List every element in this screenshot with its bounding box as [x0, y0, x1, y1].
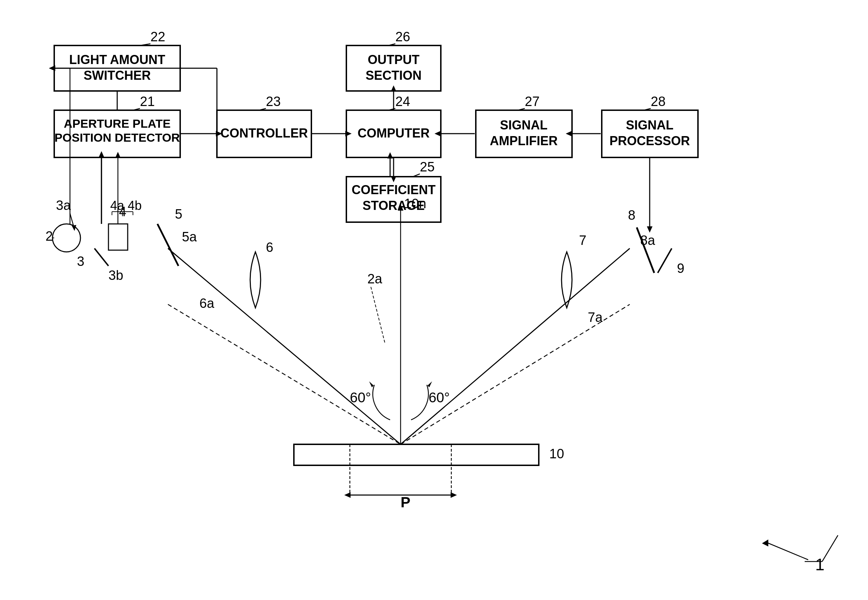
label-coeff1: COEFFICIENT [351, 183, 436, 197]
ref-1: 1 [815, 555, 825, 574]
ref-4a: 4a [110, 198, 124, 213]
main-diagram: LIGHT AMOUNT SWITCHER 22 APERTURE PLATE … [0, 0, 868, 600]
label-output1: OUTPUT [368, 53, 420, 67]
diagram-container: LIGHT AMOUNT SWITCHER 22 APERTURE PLATE … [0, 0, 868, 600]
ref-4b: 4b [128, 198, 142, 213]
aperture-device [109, 224, 128, 250]
ref-24: 24 [395, 94, 410, 109]
ref-p: P [401, 494, 411, 511]
label-aperture2: POSITION DETECTOR [55, 131, 180, 144]
ref-22: 22 [150, 29, 165, 44]
ref-7: 7 [579, 233, 586, 248]
ref-6: 6 [266, 240, 273, 255]
label-signal-proc1: SIGNAL [626, 118, 674, 132]
ref-27: 27 [525, 94, 539, 109]
ref-9: 9 [677, 261, 684, 276]
angle-60-left: 60° [350, 390, 371, 405]
label-signal-amp1: SIGNAL [500, 118, 548, 132]
angle-60-right: 60° [429, 390, 450, 405]
label-controller: CONTROLLER [220, 126, 308, 140]
sample-stage [294, 444, 539, 465]
ref-3b: 3b [109, 268, 123, 283]
ref-2a: 2a [367, 271, 382, 286]
label-light-amount-switcher: LIGHT AMOUNT [69, 53, 165, 67]
ref-6a: 6a [199, 296, 215, 311]
label-aperture1: APERTURE PLATE [64, 117, 170, 130]
ref-10n: 10n [404, 196, 426, 211]
label-light-amount-switcher2: SWITCHER [83, 68, 151, 83]
ref-10: 10 [549, 446, 564, 461]
ref-5: 5 [175, 207, 182, 221]
ref-26: 26 [395, 29, 410, 44]
label-computer: COMPUTER [358, 126, 430, 140]
ref-21: 21 [140, 94, 155, 109]
label-output2: SECTION [366, 68, 421, 83]
label-signal-proc2: PROCESSOR [609, 133, 690, 148]
ref-25: 25 [420, 159, 435, 174]
ref-5a: 5a [182, 229, 197, 244]
ref-8: 8 [628, 208, 635, 223]
ref-2: 2 [45, 229, 53, 244]
light-source [53, 224, 80, 252]
ref-3a: 3a [56, 198, 71, 213]
ref-8a: 8a [640, 233, 655, 248]
label-signal-amp2: AMPLIFIER [490, 133, 557, 148]
ref-28: 28 [651, 94, 665, 109]
ref-3: 3 [77, 254, 84, 269]
ref-23: 23 [266, 94, 280, 109]
